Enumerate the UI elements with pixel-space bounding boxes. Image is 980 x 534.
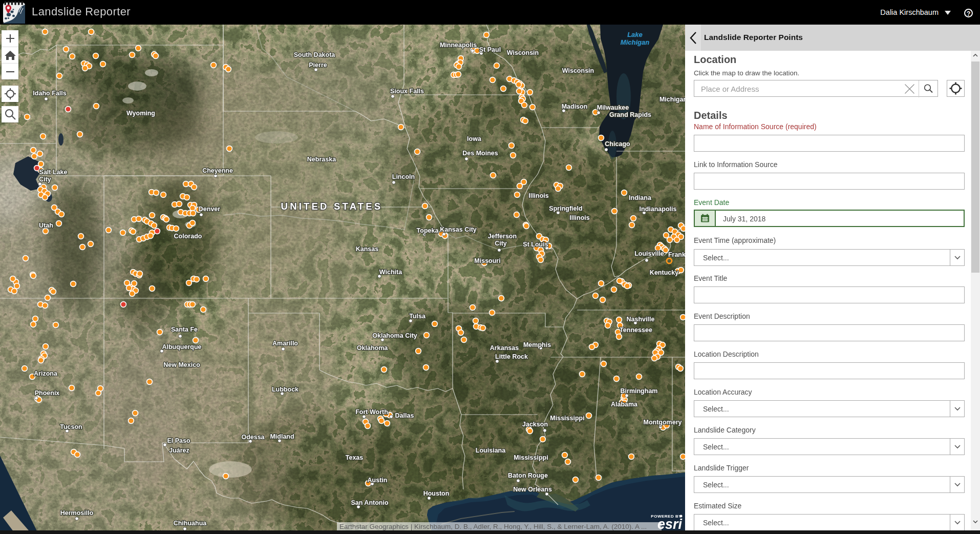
svg-text:Austin: Austin [368,477,388,484]
svg-text:Houston: Houston [423,490,450,497]
svg-text:Grand Rapids: Grand Rapids [609,111,651,118]
svg-text:UNITED STATES: UNITED STATES [281,201,383,212]
svg-text:Utah: Utah [39,222,53,229]
svg-text:Oklahoma: Oklahoma [357,344,388,352]
svg-text:Milwaukee: Milwaukee [597,104,629,111]
svg-text:Santa Fe: Santa Fe [171,326,198,333]
svg-text:Amarillo: Amarillo [272,340,298,347]
svg-text:Tennessee: Tennessee [620,326,652,334]
svg-text:Chihuahua: Chihuahua [174,520,207,527]
svg-text:Des Moines: Des Moines [462,150,498,157]
svg-text:El Paso: El Paso [167,437,190,444]
svg-text:Madison: Madison [562,103,588,110]
svg-text:Montgomery: Montgomery [644,419,682,426]
svg-text:Hermosillo: Hermosillo [60,509,94,517]
svg-text:Albuquerque: Albuquerque [162,343,201,351]
svg-text:Iowa: Iowa [467,135,482,142]
svg-text:Louisville: Louisville [634,250,664,257]
svg-text:Midland: Midland [270,433,294,440]
svg-text:Jackson: Jackson [522,421,548,428]
svg-text:Wisconsin: Wisconsin [507,49,539,56]
svg-text:Mississippi: Mississippi [550,415,584,422]
svg-text:Topeka: Topeka [417,227,439,234]
svg-text:Mississippi: Mississippi [514,454,548,461]
svg-text:Nashville: Nashville [627,316,655,323]
svg-text:Nebraska: Nebraska [307,156,336,163]
svg-text:Phoenix: Phoenix [35,389,60,397]
svg-text:Wisconsin: Wisconsin [562,67,594,74]
svg-text:St Paul: St Paul [479,46,501,53]
svg-text:South Dakota: South Dakota [294,51,336,58]
svg-text:Tulsa: Tulsa [409,313,426,320]
svg-text:Wichita: Wichita [379,269,402,276]
svg-text:Lubbock: Lubbock [272,386,299,393]
svg-text:Indianapolis: Indianapolis [640,206,677,213]
svg-text:Frankf: Frankf [668,251,685,258]
svg-text:Denver: Denver [199,206,221,213]
svg-text:Odessa: Odessa [241,434,265,441]
svg-text:Michigan: Michigan [621,38,649,46]
svg-text:Jefferson: Jefferson [488,233,517,240]
svg-text:Springfield: Springfield [549,205,582,212]
svg-text:Chicago: Chicago [605,140,630,148]
svg-text:Fort Worth: Fort Worth [355,408,388,416]
svg-text:Arizona: Arizona [34,370,58,377]
svg-text:Michigan: Michigan [659,96,685,103]
svg-text:Illinois: Illinois [569,214,590,221]
svg-text:Louisiana: Louisiana [476,447,506,454]
svg-text:Dallas: Dallas [395,412,414,419]
svg-text:Lake: Lake [627,31,643,38]
svg-text:Baton Rouge: Baton Rouge [508,472,548,479]
svg-text:Earthstar Geographics | Kirsch: Earthstar Geographics | Kirschbaum, D. B… [339,523,647,530]
svg-text:Missouri: Missouri [474,257,500,264]
svg-text:Tucson: Tucson [60,423,82,430]
svg-text:Memphis: Memphis [523,341,551,348]
svg-text:Juárez: Juárez [169,447,189,454]
svg-text:Idaho Falls: Idaho Falls [33,90,66,97]
svg-text:Illinois: Illinois [528,192,549,199]
svg-text:Alabama: Alabama [611,401,638,408]
svg-text:Lincoln: Lincoln [392,173,415,180]
svg-text:Minneapolis: Minneapolis [440,42,477,49]
svg-text:Salt Lake: Salt Lake [39,169,68,176]
svg-text:Pierre: Pierre [309,61,327,69]
svg-text:esri: esri [657,517,683,532]
svg-text:Little Rock: Little Rock [495,353,528,360]
svg-text:New Mexico: New Mexico [163,361,200,368]
svg-text:San Antonio: San Antonio [351,499,389,506]
svg-text:Sioux Falls: Sioux Falls [390,88,424,95]
svg-text:Kentucky: Kentucky [650,269,678,276]
svg-text:City: City [39,176,51,183]
svg-text:Kansas: Kansas [356,245,379,253]
svg-text:Texas: Texas [346,454,364,461]
svg-text:Wyoming: Wyoming [126,110,155,117]
svg-text:City: City [495,240,507,247]
svg-text:Arkansas: Arkansas [490,344,519,352]
svg-text:Colorado: Colorado [174,233,202,240]
svg-text:New Orleans: New Orleans [513,486,552,493]
svg-text:St Louis: St Louis [523,241,548,248]
svg-text:Kansas City: Kansas City [440,226,477,233]
svg-text:Cheyenne: Cheyenne [202,167,233,174]
svg-text:Indiana: Indiana [629,194,652,201]
svg-text:Oklahoma City: Oklahoma City [372,332,417,339]
svg-text:Birmingham: Birmingham [621,387,658,395]
